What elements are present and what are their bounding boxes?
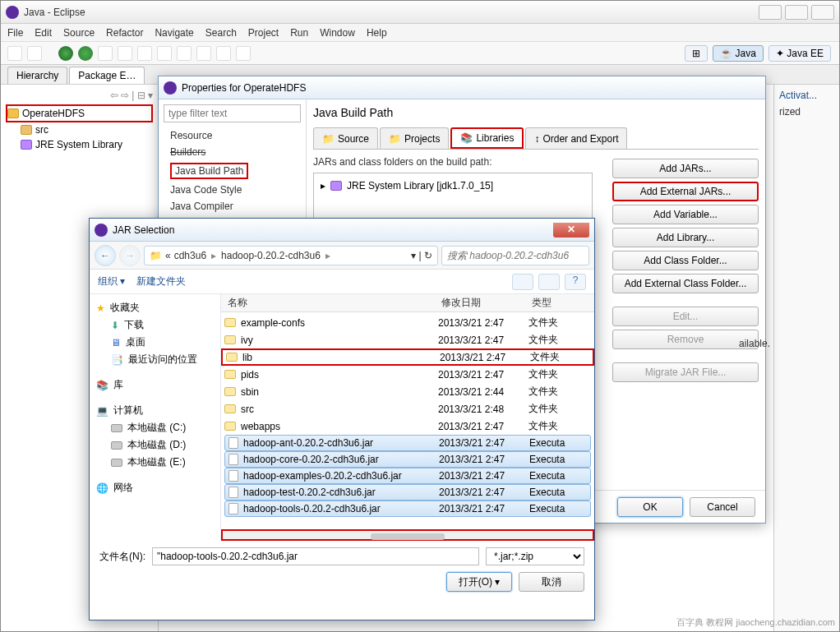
file-list[interactable]: example-confs2013/3/21 2:47文件夹ivy2013/3/…	[221, 312, 594, 529]
ok-button[interactable]: OK	[617, 497, 683, 517]
nav-back-button[interactable]	[216, 46, 231, 61]
horizontal-scrollbar[interactable]	[221, 529, 594, 541]
filter-input[interactable]	[164, 104, 301, 122]
new-class-button[interactable]	[137, 46, 152, 61]
search-input[interactable]	[441, 246, 589, 265]
file-row[interactable]: hadoop-core-0.20.2-cdh3u6.jar2013/3/21 2…	[224, 451, 591, 468]
menu-window[interactable]: Window	[320, 27, 355, 39]
file-row[interactable]: webapps2013/3/21 2:47文件夹	[221, 417, 594, 435]
add-class-folder-button[interactable]: Add Class Folder...	[612, 251, 759, 270]
cat-compiler[interactable]: Java Compiler	[164, 198, 301, 215]
right-panel: Activat... rized	[773, 85, 839, 631]
src-node[interactable]: src	[6, 122, 153, 137]
jre-node[interactable]: JRE System Library	[6, 137, 153, 152]
network-group[interactable]: 🌐网络	[96, 479, 214, 496]
eclipse-titlebar: Java - Eclipse	[1, 1, 839, 24]
cat-resource[interactable]: Resource	[164, 127, 301, 144]
add-library-button[interactable]: Add Library...	[612, 228, 759, 247]
tab-source[interactable]: 📁 Source	[313, 127, 378, 149]
filetype-select[interactable]: *.jar;*.zip	[486, 547, 584, 565]
file-row[interactable]: hadoop-tools-0.20.2-cdh3u6.jar2013/3/21 …	[224, 501, 591, 517]
help-button[interactable]: ?	[565, 274, 586, 290]
libraries-group[interactable]: 📚库	[96, 376, 214, 394]
file-row[interactable]: src2013/3/21 2:48文件夹	[221, 400, 594, 417]
menu-edit[interactable]: Edit	[35, 27, 52, 39]
maximize-button[interactable]	[785, 5, 808, 20]
desktop-item[interactable]: 🖥桌面	[96, 334, 214, 351]
add-jars-button[interactable]: Add JARs...	[612, 159, 759, 178]
preview-button[interactable]	[538, 274, 560, 290]
computer-group[interactable]: 💻计算机	[96, 402, 214, 419]
new-package-button[interactable]	[118, 46, 132, 61]
cancel-button[interactable]: 取消	[519, 572, 584, 592]
file-row[interactable]: sbin2013/3/21 2:44文件夹	[221, 383, 594, 400]
file-dialog-title: JAR Selection	[113, 224, 174, 236]
nav-fwd-button[interactable]	[236, 46, 251, 61]
add-external-class-folder-button[interactable]: Add External Class Folder...	[612, 274, 759, 293]
new-button[interactable]	[7, 46, 22, 61]
open-perspective-button[interactable]: ⊞	[685, 45, 708, 62]
menu-source[interactable]: Source	[63, 27, 95, 39]
window-title: Java - Eclipse	[24, 7, 85, 18]
jre-library-entry[interactable]: ▸ JRE System Library [jdk1.7.0_15]	[319, 178, 587, 193]
package-explorer-tab[interactable]: Package E…	[69, 67, 145, 84]
tab-order[interactable]: ↕ Order and Export	[525, 127, 627, 149]
menu-file[interactable]: File	[7, 27, 23, 39]
breadcrumb[interactable]: 📁 « cdh3u6 hadoop-0.20.2-cdh3u6 ▾ | ↻	[144, 246, 438, 265]
file-row[interactable]: hadoop-examples-0.20.2-cdh3u6.jar2013/3/…	[224, 468, 591, 484]
file-row[interactable]: ivy2013/3/21 2:47文件夹	[221, 331, 594, 348]
nav-back-button[interactable]: ←	[95, 245, 116, 266]
tab-libraries[interactable]: 📚 Libraries	[450, 127, 524, 149]
cat-java-build-path[interactable]: Java Build Path	[170, 163, 248, 179]
file-dialog-close-button[interactable]: ✕	[553, 223, 589, 238]
tab-projects[interactable]: 📁 Projects	[380, 127, 449, 149]
open-type-button[interactable]	[157, 46, 172, 61]
col-date[interactable]: 修改日期	[435, 296, 525, 310]
open-button[interactable]: 打开(O) ▾	[446, 572, 512, 592]
drive-d-item[interactable]: 本地磁盘 (D:)	[96, 436, 214, 454]
hierarchy-tab[interactable]: Hierarchy	[7, 67, 67, 84]
cancel-button[interactable]: Cancel	[690, 497, 755, 517]
save-button[interactable]	[27, 46, 42, 61]
drive-e-item[interactable]: 本地磁盘 (E:)	[96, 454, 214, 471]
file-row[interactable]: pids2013/3/21 2:47文件夹	[221, 366, 594, 383]
new-folder-button[interactable]: 新建文件夹	[136, 274, 186, 288]
file-row[interactable]: hadoop-ant-0.20.2-cdh3u6.jar2013/3/21 2:…	[224, 435, 591, 451]
close-button[interactable]	[811, 5, 834, 20]
cat-builders[interactable]: Builders	[164, 144, 301, 160]
menu-project[interactable]: Project	[248, 27, 279, 39]
menu-run[interactable]: Run	[290, 27, 308, 39]
debug-button[interactable]	[58, 46, 73, 61]
add-variable-button[interactable]: Add Variable...	[612, 205, 759, 224]
run-button[interactable]	[78, 46, 93, 61]
toggle-button[interactable]	[196, 46, 211, 61]
filename-input[interactable]	[152, 547, 479, 565]
java-perspective[interactable]: ☕ Java	[713, 45, 764, 62]
javaee-perspective[interactable]: ✦ Java EE	[768, 45, 831, 62]
file-dialog-titlebar[interactable]: JAR Selection ✕	[90, 219, 594, 242]
menu-help[interactable]: Help	[367, 27, 387, 39]
project-node[interactable]: OperateHDFS	[6, 104, 153, 122]
add-external-jars-button[interactable]: Add External JARs...	[612, 182, 759, 201]
menu-refactor[interactable]: Refactor	[106, 27, 143, 39]
col-type[interactable]: 类型	[525, 296, 575, 310]
minimize-button[interactable]	[759, 5, 782, 20]
properties-titlebar[interactable]: Properties for OperateHDFS	[159, 76, 765, 99]
view-mode-button[interactable]	[512, 274, 533, 290]
cat-code-style[interactable]: Java Code Style	[164, 182, 301, 198]
file-row[interactable]: example-confs2013/3/21 2:47文件夹	[221, 314, 594, 331]
menu-navigate[interactable]: Navigate	[155, 27, 193, 39]
recent-item[interactable]: 📑最近访问的位置	[96, 351, 214, 368]
organize-menu[interactable]: 组织 ▾	[98, 274, 125, 288]
drive-c-item[interactable]: 本地磁盘 (C:)	[96, 419, 214, 436]
file-row[interactable]: lib2013/3/21 2:47文件夹	[221, 348, 594, 366]
menu-search[interactable]: Search	[205, 27, 237, 39]
col-name[interactable]: 名称	[221, 296, 435, 310]
activate-link[interactable]: Activat...	[774, 85, 839, 106]
favorites-group[interactable]: ★收藏夹	[96, 299, 214, 316]
file-row[interactable]: hadoop-test-0.20.2-cdh3u6.jar2013/3/21 2…	[224, 484, 591, 501]
downloads-item[interactable]: ⬇下载	[96, 316, 214, 334]
search-button[interactable]	[177, 46, 192, 61]
run-last-button[interactable]	[98, 46, 113, 61]
window-controls	[759, 5, 834, 20]
